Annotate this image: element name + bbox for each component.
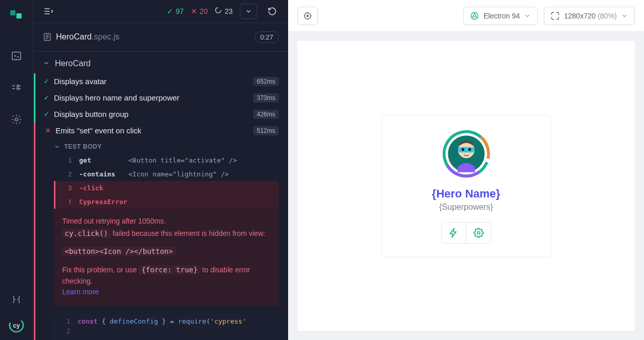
error-reason-line: cy.click() failed because this element i… <box>62 228 271 239</box>
svg-point-11 <box>307 15 309 16</box>
nav-specs-icon[interactable] <box>10 49 23 63</box>
options-dropdown-button[interactable] <box>240 4 257 19</box>
pending-icon <box>215 7 222 15</box>
avatar <box>442 130 490 178</box>
cypress-badge-icon: cy <box>9 317 24 333</box>
svg-rect-19 <box>458 147 475 152</box>
check-icon: ✓ <box>43 77 50 85</box>
test-row[interactable]: ✓ Displays button group 426ms <box>35 106 288 123</box>
app-logo <box>9 9 24 24</box>
error-snippet: <button><Icon /></button> <box>62 246 271 257</box>
test-stats: ✓ 97 ✕ 20 23 <box>167 4 280 19</box>
test-body-label: TEST BODY <box>64 143 102 150</box>
error-box: Timed out retrying after 1050ms. cy.clic… <box>54 209 279 306</box>
suite-name: HeroCard <box>55 59 90 68</box>
test-body: TEST BODY 1 get <Button title="activate"… <box>37 139 288 340</box>
svg-point-22 <box>477 231 480 234</box>
chevron-down-icon <box>43 59 51 68</box>
x-icon: ✕ <box>191 7 197 15</box>
error-code: cy.click() <box>62 229 110 238</box>
test-title: Displays avatar <box>54 77 107 86</box>
svg-point-5 <box>15 118 18 121</box>
learn-more-link[interactable]: Learn more <box>62 287 271 298</box>
hero-superpowers: {Superpowers} <box>392 203 540 212</box>
check-icon: ✓ <box>167 7 173 15</box>
command-number: 1 <box>61 156 72 164</box>
spec-file-name: HeroCard.spec.js <box>56 32 120 42</box>
stat-pending-count: 23 <box>224 7 233 15</box>
test-row[interactable]: ✓ Displays avatar 652ms <box>35 73 288 90</box>
svg-rect-2 <box>12 52 21 60</box>
nav-runs-icon[interactable] <box>10 81 23 94</box>
check-icon: ✓ <box>43 94 50 102</box>
command-name: get <box>79 156 128 164</box>
hero-button-group <box>441 222 491 244</box>
command-arg: <Icon name="lightning" /> <box>128 170 229 178</box>
stat-failed: ✕ 20 <box>191 7 208 15</box>
expand-specs-button[interactable] <box>42 4 56 18</box>
test-title: Emits "set" event on click <box>55 126 141 135</box>
test-duration: 652ms <box>253 77 279 86</box>
svg-point-21 <box>468 148 471 151</box>
spec-file-row[interactable]: HeroCard.spec.js 0:27 <box>33 23 288 52</box>
viewport-selector-button[interactable]: 1280x720 (80%) <box>544 7 635 25</box>
command-number: 3 <box>61 184 72 192</box>
browser-name: Electron 94 <box>483 12 520 20</box>
rerun-button[interactable] <box>264 4 280 19</box>
test-row[interactable]: ✕ Emits "set" event on click 512ms <box>37 123 288 139</box>
check-icon: ✓ <box>43 110 50 118</box>
svg-rect-1 <box>16 13 22 18</box>
command-log: 1 get <Button title="activate" /> 2 -con… <box>54 153 279 209</box>
command-number: ! <box>61 198 72 206</box>
error-timeout: Timed out retrying after 1050ms. <box>62 216 271 227</box>
test-duration: 426ms <box>253 110 279 119</box>
test-duration: 512ms <box>253 126 279 135</box>
error-name: CypressError <box>79 198 128 206</box>
stat-failed-count: 20 <box>200 7 208 15</box>
command-row[interactable]: 1 get <Button title="activate" /> <box>54 153 279 167</box>
test-reporter-panel: ✓ 97 ✕ 20 23 HeroC <box>33 0 288 340</box>
test-duration: 373ms <box>253 93 279 103</box>
settings-button[interactable] <box>466 223 491 243</box>
aut-toolbar: Electron 94 1280x720 (80%) <box>288 0 644 32</box>
svg-point-3 <box>17 85 19 87</box>
test-body-toggle[interactable]: TEST BODY <box>54 143 279 150</box>
svg-text:cy: cy <box>13 322 20 329</box>
command-row[interactable]: 2 -contains <Icon name="lightning" /> <box>54 167 279 181</box>
suite-row[interactable]: HeroCard <box>33 52 288 73</box>
svg-point-20 <box>461 148 464 151</box>
test-title: Displays hero name and superpower <box>54 93 179 102</box>
svg-point-4 <box>17 88 19 90</box>
aut-canvas: {Hero Name} {Superpowers} <box>297 41 635 331</box>
x-icon: ✕ <box>44 127 51 134</box>
browser-selector-button[interactable]: Electron 94 <box>463 7 538 25</box>
nav-settings-icon[interactable] <box>10 113 23 126</box>
svg-point-13 <box>473 14 476 17</box>
command-number: 2 <box>61 170 72 178</box>
command-row[interactable]: 3 -click <box>54 181 279 195</box>
keyboard-shortcuts-icon[interactable] <box>10 293 23 306</box>
test-title: Displays button group <box>54 110 128 118</box>
file-icon <box>43 32 52 42</box>
aut-viewport: {Hero Name} {Superpowers} <box>288 32 644 340</box>
command-name: -contains <box>79 170 128 178</box>
stat-pending: 23 <box>215 7 233 15</box>
svg-rect-0 <box>10 10 15 15</box>
hero-card-component: {Hero Name} {Superpowers} <box>382 115 551 257</box>
activate-button[interactable] <box>442 223 466 243</box>
command-error-row[interactable]: ! CypressError <box>54 195 279 209</box>
test-row[interactable]: ✓ Displays hero name and superpower 373m… <box>35 90 288 106</box>
reporter-toolbar: ✓ 97 ✕ 20 23 <box>33 0 288 23</box>
stat-passed-count: 97 <box>176 7 184 15</box>
error-fix-line: Fix this problem, or use {force: true} t… <box>62 265 271 287</box>
stat-passed: ✓ 97 <box>167 7 184 15</box>
command-arg: <Button title="activate" /> <box>128 156 237 164</box>
stack-code-block: 1 const { defineConfig } = require('cypr… <box>54 312 279 340</box>
selector-playground-button[interactable] <box>297 7 318 25</box>
command-name: -click <box>79 184 128 192</box>
aut-panel: Electron 94 1280x720 (80%) <box>288 0 644 340</box>
tests-list: ✓ Displays avatar 652ms ✓ Displays hero … <box>34 73 288 340</box>
code-line: 2 <box>54 326 279 336</box>
svg-point-8 <box>216 8 221 13</box>
nav-sidebar: cy <box>0 0 33 340</box>
